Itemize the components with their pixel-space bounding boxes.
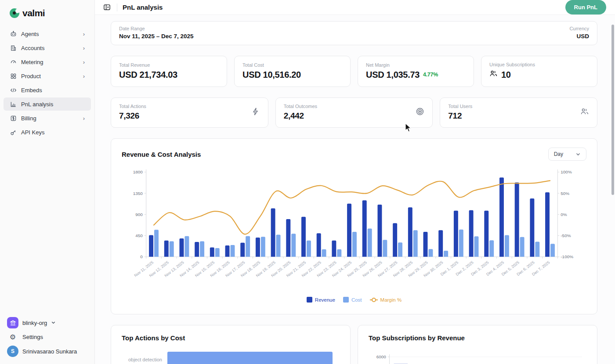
date-range-field[interactable]: Date Range Nov 11, 2025 – Dec 7, 2025: [119, 26, 194, 40]
top-bar: PnL analysis Run PnL: [95, 0, 615, 15]
date-range-value[interactable]: Nov 11, 2025 – Dec 7, 2025: [119, 33, 194, 40]
sidebar-item-agents[interactable]: Agents ›: [4, 27, 91, 40]
chevron-right-icon: ›: [83, 45, 85, 51]
grid-icon: [10, 72, 17, 79]
stat-label: Net Margin: [366, 62, 438, 68]
gear-icon: ⚙: [7, 333, 18, 341]
bar-chart-icon: [10, 101, 17, 108]
key-icon: [10, 129, 17, 136]
sidebar-item-label: PnL analysis: [21, 101, 85, 108]
margin-line-icon: [370, 299, 378, 300]
hbar-row: object detection: [122, 352, 340, 364]
hbar-label: object detection: [122, 357, 162, 362]
svg-text:450: 450: [135, 233, 143, 238]
currency-value[interactable]: USD: [569, 33, 589, 40]
content: Date Range Nov 11, 2025 – Dec 7, 2025 Cu…: [95, 15, 615, 364]
vertical-scrollbar[interactable]: [611, 25, 614, 195]
stat-label: Total Users: [448, 104, 472, 109]
svg-text:-100%: -100%: [561, 254, 573, 259]
users-icon: [580, 107, 589, 118]
cost-swatch-icon: [343, 297, 349, 303]
margin-pct-badge: 4.77%: [423, 72, 438, 78]
legend-label: Revenue: [315, 297, 335, 303]
billing-icon: [10, 115, 17, 122]
chart-legend: Revenue Cost Margin %: [122, 297, 586, 303]
currency-label: Currency: [569, 26, 589, 31]
revenue-swatch-icon: [307, 297, 312, 303]
legend-item-cost[interactable]: Cost: [343, 297, 362, 303]
chevron-right-icon: ›: [83, 115, 85, 122]
chevron-down-icon: [575, 151, 581, 157]
sidebar-item-accounts[interactable]: Accounts ›: [4, 41, 91, 54]
legend-item-revenue[interactable]: Revenue: [307, 297, 335, 303]
sidebar-item-label: Embeds: [21, 87, 85, 94]
run-pnl-button[interactable]: Run PnL: [565, 0, 606, 14]
stats-row-2: Total Actions 7,326 Total Outcomes 2,442…: [111, 97, 597, 128]
user-name: Srinivasarao Sunkara: [22, 348, 77, 355]
chevron-down-icon: [51, 320, 56, 326]
page-title: PnL analysis: [123, 4, 163, 11]
sidebar-item-billing[interactable]: Billing ›: [4, 112, 91, 125]
sidebar-item-metering[interactable]: Metering ›: [4, 55, 91, 68]
sidebar-item-label: Metering: [21, 59, 79, 65]
sidebar-item-embeds[interactable]: Embeds: [4, 83, 91, 97]
cost-bar[interactable]: [167, 352, 333, 364]
chart-title: Top Actions by Cost: [122, 334, 185, 342]
stat-value: USD 21,734.03: [119, 70, 177, 80]
svg-text:1350: 1350: [133, 191, 143, 196]
svg-text:0%: 0%: [561, 212, 567, 217]
currency-field[interactable]: Currency USD: [569, 26, 589, 40]
sidebar-nav: Agents › Accounts › Metering › Product ›…: [0, 27, 94, 139]
svg-text:1800: 1800: [133, 169, 143, 174]
target-icon: [416, 107, 424, 118]
sidebar-item-api-keys[interactable]: API Keys: [4, 126, 91, 139]
stat-label: Total Revenue: [119, 62, 177, 68]
org-name: blinky-org: [22, 320, 47, 326]
sidebar-item-label: API Keys: [21, 129, 85, 136]
stat-label: Total Outcomes: [284, 104, 317, 109]
legend-item-margin[interactable]: Margin %: [370, 297, 402, 303]
bottom-charts-row: Top Actions by Cost object detection Top…: [111, 325, 597, 364]
stat-value: 7,326: [119, 111, 146, 121]
stat-card-unique-subscriptions: Unique Subscriptions 10: [481, 56, 597, 87]
interval-selected-value: Day: [554, 151, 563, 157]
stat-card-total-actions: Total Actions 7,326: [111, 97, 268, 128]
stats-row-1: Total Revenue USD 21,734.03 Total Cost U…: [111, 56, 597, 87]
subscriptions-revenue-chart[interactable]: 6000: [369, 346, 586, 364]
filters-card: Date Range Nov 11, 2025 – Dec 7, 2025 Cu…: [111, 21, 597, 45]
stat-card-net-margin: Net Margin USD 1,035.734.77%: [358, 56, 474, 87]
settings-link[interactable]: ⚙ Settings: [7, 333, 87, 341]
chart-title: Revenue & Cost Analysis: [122, 151, 201, 158]
user-menu[interactable]: S Srinivasarao Sunkara: [7, 346, 87, 357]
chart-title: Top Subscriptions by Revenue: [369, 334, 465, 342]
stat-card-total-cost: Total Cost USD 10,516.20: [234, 56, 351, 87]
robot-icon: [10, 30, 17, 37]
building-icon: [10, 44, 17, 51]
stat-card-total-users: Total Users 712: [440, 97, 597, 128]
sidebar-footer: blinky-org ⚙ Settings S Srinivasarao Sun…: [0, 313, 94, 364]
stat-label: Unique Subscriptions: [489, 62, 535, 67]
org-avatar-icon: [7, 317, 18, 328]
svg-text:900: 900: [135, 212, 143, 217]
svg-text:100%: 100%: [561, 169, 572, 174]
logo[interactable]: valmi: [0, 0, 94, 27]
chevron-right-icon: ›: [83, 59, 85, 65]
top-actions-by-cost-card: Top Actions by Cost object detection: [111, 325, 351, 364]
interval-dropdown[interactable]: Day: [548, 148, 586, 161]
revenue-cost-analysis-card: Revenue & Cost Analysis Day 180013509004…: [111, 138, 597, 314]
avatar: S: [7, 346, 18, 357]
date-range-label: Date Range: [119, 26, 194, 31]
sidebar-item-label: Billing: [21, 115, 79, 122]
legend-label: Cost: [351, 297, 362, 303]
org-selector[interactable]: blinky-org: [7, 317, 87, 328]
svg-text:6000: 6000: [376, 355, 387, 360]
sidebar-item-product[interactable]: Product ›: [4, 69, 91, 83]
settings-label: Settings: [22, 334, 43, 340]
sidebar-item-pnl-analysis[interactable]: PnL analysis: [4, 97, 91, 111]
app-root: valmi Agents › Accounts › Metering › Pro…: [0, 0, 615, 364]
sidebar-item-label: Product: [21, 73, 79, 79]
revenue-cost-chart[interactable]: 180013509004500100%50%0%-50%-100%Nov 11,…: [122, 167, 586, 294]
sidebar-item-label: Agents: [21, 31, 79, 37]
sidebar-toggle-button[interactable]: [102, 3, 112, 12]
chevron-right-icon: ›: [83, 31, 85, 37]
